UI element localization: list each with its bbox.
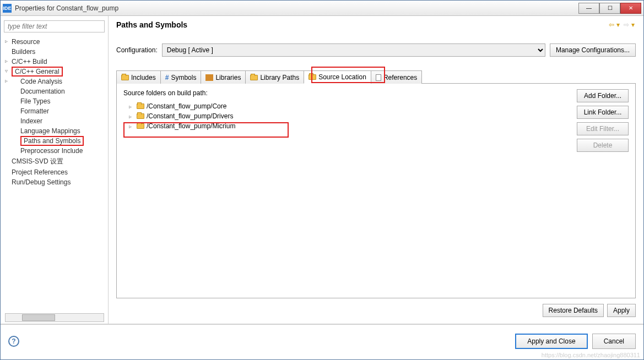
source-folders-list[interactable]: ▹/Constant_flow_pump/Core ▹/Constant_flo…	[123, 101, 571, 131]
tree-run-debug[interactable]: Run/Debug Settings	[4, 177, 105, 187]
tab-includes[interactable]: Includes	[116, 70, 161, 84]
delete-button[interactable]: Delete	[577, 139, 629, 152]
tab-references[interactable]: References	[371, 70, 422, 84]
folder-icon	[137, 103, 144, 109]
tree-indexer[interactable]: Indexer	[4, 116, 105, 126]
doc-icon	[376, 74, 381, 81]
folder-icon	[121, 75, 129, 80]
tree-proj-refs[interactable]: Project References	[4, 167, 105, 177]
forward-arrow-icon[interactable]: ⇨	[624, 21, 629, 29]
folder-icon	[137, 123, 144, 129]
config-label: Configuration:	[116, 46, 158, 54]
tree-ccbuild[interactable]: C/C++ Build	[4, 57, 105, 67]
help-icon[interactable]: ?	[8, 336, 19, 347]
tree-scrollbar[interactable]	[5, 313, 104, 322]
navigation-tree-pane: Resource Builders C/C++ Build C/C++ Gene…	[1, 16, 109, 324]
window-title: Properties for Constant_flow_pump	[15, 4, 578, 12]
page-title: Paths and Symbols	[116, 20, 608, 29]
tree-preprocessor[interactable]: Preprocessor Include	[4, 146, 105, 156]
tree-lang-mappings[interactable]: Language Mappings	[4, 126, 105, 136]
tree-builders[interactable]: Builders	[4, 47, 105, 57]
tab-source-location[interactable]: Source Location	[304, 70, 371, 84]
restore-defaults-button[interactable]: Restore Defaults	[543, 304, 604, 317]
source-item[interactable]: ▹/Constant_flow_pump/Drivers	[123, 111, 571, 121]
cancel-button[interactable]: Cancel	[592, 334, 636, 349]
tab-bar: Includes #Symbols Libraries Library Path…	[116, 70, 636, 84]
nav-tree: Resource Builders C/C++ Build C/C++ Gene…	[4, 37, 105, 187]
hash-icon: #	[165, 74, 169, 81]
content-pane: Paths and Symbols ⇦▾ ⇨▾ Configuration: D…	[109, 16, 643, 324]
edit-filter-button[interactable]: Edit Filter...	[577, 122, 629, 135]
book-icon	[205, 74, 213, 81]
tree-paths-symbols[interactable]: Paths and Symbols	[4, 136, 105, 146]
folder-icon	[137, 113, 144, 119]
back-menu-icon[interactable]: ▾	[616, 21, 620, 29]
scrollbar-thumb[interactable]	[22, 314, 55, 321]
source-item[interactable]: ▹/Constant_flow_pump/Micrium	[123, 121, 571, 131]
forward-menu-icon[interactable]: ▾	[631, 21, 635, 29]
tree-resource[interactable]: Resource	[4, 37, 105, 47]
nav-arrows: ⇦▾ ⇨▾	[608, 21, 636, 29]
maximize-button[interactable]: ☐	[599, 3, 620, 14]
back-arrow-icon[interactable]: ⇦	[609, 21, 614, 29]
link-folder-button[interactable]: Link Folder...	[577, 106, 629, 119]
tab-library-paths[interactable]: Library Paths	[245, 70, 304, 84]
source-item[interactable]: ▹/Constant_flow_pump/Core	[123, 101, 571, 111]
folder-icon	[309, 74, 316, 80]
tree-ccgeneral[interactable]: C/C++ General	[4, 67, 105, 77]
ide-icon: IDE	[3, 4, 12, 13]
filter-input[interactable]	[4, 20, 105, 32]
tree-file-types[interactable]: File Types	[4, 96, 105, 106]
watermark: https://blog.csdn.net/zhaojing880311	[542, 352, 640, 358]
add-folder-button[interactable]: Add Folder...	[577, 89, 629, 102]
config-select[interactable]: Debug [ Active ]	[162, 43, 545, 57]
tree-cmsis[interactable]: CMSIS-SVD 设置	[4, 156, 105, 167]
tree-documentation[interactable]: Documentation	[4, 86, 105, 96]
close-button[interactable]: ✕	[620, 3, 641, 14]
titlebar: IDE Properties for Constant_flow_pump — …	[1, 1, 643, 16]
minimize-button[interactable]: —	[578, 3, 599, 14]
apply-button[interactable]: Apply	[607, 304, 636, 317]
tab-libraries[interactable]: Libraries	[201, 70, 246, 84]
folder-icon	[250, 75, 258, 80]
tree-formatter[interactable]: Formatter	[4, 106, 105, 116]
source-folders-label: Source folders on build path:	[123, 89, 571, 97]
manage-config-button[interactable]: Manage Configurations...	[550, 43, 636, 57]
tab-symbols[interactable]: #Symbols	[160, 70, 202, 84]
tree-code-analysis[interactable]: Code Analysis	[4, 77, 105, 86]
apply-and-close-button[interactable]: Apply and Close	[515, 334, 587, 349]
